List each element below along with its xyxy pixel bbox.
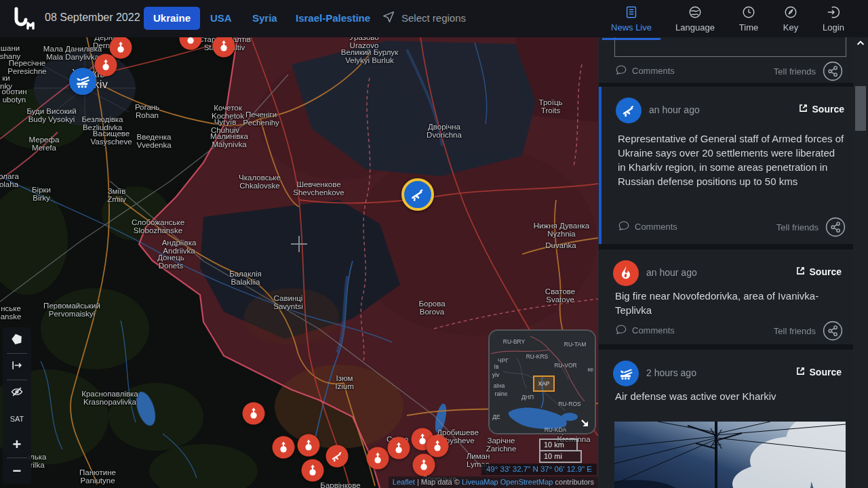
- tab-news-live[interactable]: News Live: [601, 3, 662, 33]
- cursor-arrow-icon: [381, 9, 396, 26]
- hide-markers-button[interactable]: [3, 380, 31, 406]
- zoom-in-button[interactable]: +: [3, 432, 31, 458]
- minimap-collapse-icon[interactable]: [580, 418, 591, 429]
- news-feed: Comments Tell friends an hour ago Source…: [598, 37, 854, 488]
- card-meta-row: Comments Tell friends: [601, 217, 854, 237]
- external-link-icon: [798, 103, 808, 115]
- embed-frame[interactable]: [614, 37, 846, 57]
- news-card-partial: Comments Tell friends: [599, 37, 854, 83]
- eye-slash-icon: [10, 385, 24, 401]
- tab-login[interactable]: Login: [803, 3, 864, 33]
- top-bar: 08 September 2022 Ukraine USA Syria Isra…: [0, 0, 868, 37]
- air-defense-event-icon: [613, 361, 639, 386]
- fire-event-icon: [613, 260, 639, 286]
- pan-mode-button[interactable]: [3, 354, 31, 380]
- news-doc-icon: [601, 3, 662, 21]
- zoom-out-button[interactable]: −: [3, 458, 31, 484]
- rifle-event-icon: [616, 98, 642, 123]
- map-marker-rifle[interactable]: [401, 178, 434, 211]
- news-text: Big fire near Novofedorivka, area of Iva…: [615, 289, 842, 317]
- map-scale: 10 km 10 mi: [539, 439, 582, 463]
- comments-button[interactable]: Comments: [618, 220, 677, 234]
- scrollbar-thumb[interactable]: [855, 86, 866, 131]
- draw-polygon-button[interactable]: [3, 327, 31, 353]
- news-photo[interactable]: [614, 422, 846, 488]
- overview-minimap[interactable]: RU-BRYRU-TAMRU-KRSRU-VORЧРГївyivаїнаrain…: [488, 329, 596, 434]
- news-timestamp: an hour ago: [649, 104, 700, 115]
- comments-button[interactable]: Comments: [615, 323, 675, 338]
- news-text: Air defense was active over Kharkiv: [615, 389, 842, 403]
- map-marker-bomb[interactable]: [302, 460, 324, 482]
- news-card[interactable]: an hour ago Source Big fire near Novofed…: [599, 249, 854, 344]
- mouse-coordinates: 49° 33' 32.7" N 37° 06' 12.9" E: [481, 464, 597, 475]
- map-marker-bomb[interactable]: [367, 447, 389, 470]
- share-icon[interactable]: [825, 217, 846, 237]
- map-marker-mlrs[interactable]: [69, 68, 96, 95]
- news-card[interactable]: an hour ago Source Representative of Gen…: [599, 87, 854, 244]
- source-link[interactable]: Source: [795, 266, 842, 278]
- tab-language[interactable]: Language: [665, 3, 726, 33]
- map-crosshair-icon: [291, 236, 307, 252]
- tell-friends-label[interactable]: Tell friends: [776, 222, 818, 232]
- map-marker-bomb[interactable]: [427, 435, 449, 458]
- chevron-up-icon: [856, 39, 865, 51]
- source-link[interactable]: Source: [798, 103, 844, 115]
- share-icon[interactable]: [823, 61, 843, 81]
- map-marker-bomb[interactable]: [298, 434, 320, 457]
- comment-bubble-icon: [618, 220, 630, 234]
- current-date: 08 September 2022: [45, 12, 140, 24]
- select-regions-button[interactable]: Select regions: [381, 9, 466, 26]
- news-text: Representative of General staff of Armed…: [618, 131, 844, 188]
- news-card[interactable]: 2 hours ago Source Air defense was activ…: [599, 350, 854, 488]
- region-tab-usa[interactable]: USA: [201, 7, 241, 30]
- map-canvas[interactable]: ДерначіDernachiМала ДанилівкаMala Danyli…: [0, 37, 598, 488]
- scale-mi: 10 mi: [539, 450, 582, 463]
- globe-icon: [665, 3, 726, 21]
- tell-friends-label[interactable]: Tell friends: [774, 326, 816, 336]
- map-marker-bomb[interactable]: [413, 454, 435, 476]
- map-marker-bomb[interactable]: [110, 37, 132, 59]
- pentagon-icon: [10, 332, 24, 348]
- region-tab-syria[interactable]: Syria: [243, 7, 287, 30]
- card-meta-row: Comments Tell friends: [599, 321, 854, 341]
- news-timestamp: an hour ago: [646, 267, 697, 278]
- satellite-layer-button[interactable]: SAT: [3, 406, 31, 432]
- map-marker-bomb[interactable]: [95, 54, 117, 77]
- comments-button[interactable]: Comments: [615, 64, 675, 78]
- scroll-up-button[interactable]: [853, 37, 868, 52]
- tell-friends-label[interactable]: Tell friends: [774, 66, 816, 77]
- feed-scrollbar[interactable]: [853, 37, 868, 488]
- liveuamap-logo-icon[interactable]: [11, 5, 38, 33]
- share-icon[interactable]: [823, 321, 843, 341]
- external-link-icon: [795, 266, 806, 278]
- scale-km: 10 km: [539, 439, 578, 450]
- minimap-viewport-box: ХАР: [533, 375, 555, 392]
- arrow-bar-icon: [10, 359, 24, 375]
- news-timestamp: 2 hours ago: [646, 367, 696, 378]
- openstreetmap-link[interactable]: OpenStreetMap: [498, 478, 553, 486]
- map-marker-rifle[interactable]: [326, 445, 349, 468]
- map-marker-bomb[interactable]: [243, 403, 265, 425]
- comment-bubble-icon: [615, 323, 627, 338]
- leaflet-link[interactable]: Leaflet: [393, 478, 415, 486]
- map-marker-bomb[interactable]: [388, 437, 410, 460]
- liveuamap-link[interactable]: LiveuaMap: [462, 478, 498, 486]
- external-link-icon: [795, 366, 806, 378]
- map-marker-bomb[interactable]: [273, 436, 295, 459]
- map-attribution: Leaflet | Map data © LiveuaMap OpenStree…: [389, 476, 598, 488]
- card-meta-row: Comments Tell friends: [599, 61, 854, 81]
- region-tab-ukraine[interactable]: Ukraine: [144, 7, 200, 30]
- comment-bubble-icon: [615, 64, 627, 78]
- login-icon: [803, 3, 864, 21]
- map-toolbar: SAT + −: [3, 327, 31, 484]
- region-tab-israel-palestine[interactable]: Israel-Palestine: [286, 7, 380, 30]
- source-link[interactable]: Source: [795, 366, 842, 378]
